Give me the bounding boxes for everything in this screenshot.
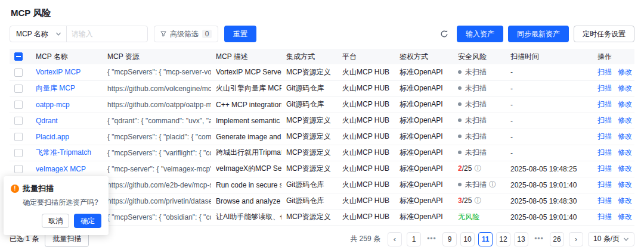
scan-action[interactable]: 扫描 [597, 116, 612, 124]
mcp-name-link[interactable]: Qdrant [36, 117, 58, 125]
scan-action[interactable]: 扫描 [597, 100, 612, 108]
mcp-name-link[interactable]: 飞常准-Tripmatch [36, 148, 91, 157]
edit-action[interactable]: 修改 [618, 100, 632, 108]
risk-cell: 未扫描 [453, 129, 506, 145]
search-field-value: MCP 名称 [16, 29, 48, 39]
col-mcp-name: MCP 名称 [31, 49, 103, 64]
edit-action[interactable]: 修改 [618, 116, 632, 124]
info-icon[interactable]: ⓘ [474, 164, 481, 173]
status-dot-icon [458, 86, 462, 90]
edit-action[interactable]: 修改 [618, 148, 632, 157]
batch-scan-popconfirm: ! 批量扫描 确定要扫描所选资产吗? 取消 确定 [4, 176, 109, 235]
row-checkbox-cell [10, 161, 31, 177]
select-all-checkbox[interactable] [14, 52, 23, 61]
edit-action[interactable]: 修改 [618, 164, 632, 173]
pagination-page[interactable]: 12 [496, 232, 510, 246]
mcp-name-link[interactable]: oatpp-mcp [36, 101, 70, 109]
search-input[interactable] [67, 30, 147, 38]
cancel-button[interactable]: 取消 [42, 214, 69, 228]
page-size-select[interactable]: 10 条/页 [588, 232, 634, 246]
actions-cell: 扫描修改 [593, 129, 634, 145]
popconfirm-header: ! 批量扫描 [11, 183, 101, 194]
refresh-button[interactable] [436, 26, 452, 42]
pagination-page[interactable]: 10 [460, 232, 475, 246]
platform-cell: 火山MCP HUB [338, 161, 395, 177]
actions-cell: 扫描修改 [593, 112, 634, 129]
scan-action[interactable]: 扫描 [597, 148, 612, 157]
row-checkbox[interactable] [14, 117, 23, 125]
risk-cell: 未扫描 [453, 80, 506, 96]
row-checkbox[interactable] [14, 85, 23, 93]
confirm-button[interactable]: 确定 [74, 214, 101, 228]
import-assets-button[interactable]: 输入资产 [457, 26, 503, 42]
edit-action[interactable]: 修改 [618, 180, 632, 189]
risk-label: 未扫描 [465, 132, 487, 140]
mcp-description-cell: Run code in secure san... [211, 177, 281, 193]
scan-action[interactable]: 扫描 [597, 196, 612, 205]
scan-time-cell: - [506, 112, 593, 129]
scan-action[interactable]: 扫描 [597, 180, 612, 189]
scan-action[interactable]: 扫描 [597, 164, 612, 173]
edit-action[interactable]: 修改 [618, 196, 632, 205]
table-row: Placid.app{ "mcpServers": { "placid": { … [10, 129, 634, 145]
actions-cell: 扫描修改 [593, 177, 634, 193]
mcp-name-cell: 飞常准-Tripmatch [31, 145, 103, 161]
edit-action[interactable]: 修改 [618, 132, 632, 140]
scan-action[interactable]: 扫描 [597, 68, 612, 76]
sync-assets-button[interactable]: 同步最新资产 [508, 26, 569, 42]
table-row: 飞常准-Tripmatch{ "mcpServers": { "variflig… [10, 145, 634, 161]
advanced-filter-button[interactable]: 高级筛选 0 [154, 26, 218, 42]
scan-action[interactable]: 扫描 [597, 84, 612, 92]
row-checkbox[interactable] [14, 101, 23, 109]
mcp-name-link[interactable]: 向量库 MCP [36, 84, 75, 92]
mcp-resource-cell: https://github.com/volcengine/mcp-server… [103, 80, 211, 96]
row-checkbox[interactable] [14, 149, 23, 157]
pagination-page[interactable]: 9 [442, 232, 457, 246]
edit-action[interactable]: 修改 [618, 84, 632, 92]
col-risk: 安全风险 [453, 49, 506, 64]
risk-cell: 未扫描 [453, 64, 506, 80]
pagination-page[interactable]: 13 [514, 232, 528, 246]
risk-cell: 未扫描ⓘ [453, 177, 506, 193]
mcp-resource-cell: { "mcpServers": { "placid": { "command":… [103, 129, 211, 145]
pagination-page[interactable]: 26 [550, 232, 564, 246]
risk-cell: 未扫描 [453, 145, 506, 161]
reset-button[interactable]: 重置 [224, 26, 256, 42]
info-icon[interactable]: ⓘ [489, 180, 496, 189]
scheduled-task-button[interactable]: 定时任务设置 [574, 26, 634, 42]
actions-cell: 扫描修改 [593, 193, 634, 209]
mcp-description-cell: Implement semantic m... [211, 112, 281, 129]
mcp-name-link[interactable]: Placid.app [36, 133, 69, 141]
row-checkbox-cell [10, 80, 31, 96]
edit-action[interactable]: 修改 [618, 212, 632, 221]
row-checkbox[interactable] [14, 133, 23, 141]
info-icon[interactable]: ⓘ [474, 196, 481, 205]
mcp-name-link[interactable]: veImageX MCP [36, 165, 86, 173]
mcp-name-link[interactable]: VortexIP MCP [36, 68, 80, 76]
platform-cell: 火山MCP HUB [338, 209, 395, 225]
scan-action[interactable]: 扫描 [597, 132, 612, 140]
scan-time-cell: - [506, 129, 593, 145]
search-field-select[interactable]: MCP 名称 [10, 26, 67, 42]
popconfirm-message: 确定要扫描所选资产吗? [23, 198, 101, 208]
edit-action[interactable]: 修改 [618, 68, 632, 76]
mcp-resource-cell: { "mcpServers": { "variflight": { "comma… [103, 145, 211, 161]
scan-action[interactable]: 扫描 [597, 212, 612, 221]
row-checkbox[interactable] [14, 165, 23, 173]
scan-time-cell: 2025-08-05 19:48:25 [506, 161, 593, 177]
pagination-pages: 1•••910111213•••26 [407, 232, 564, 246]
chevron-down-icon [55, 31, 61, 37]
row-checkbox[interactable] [14, 68, 23, 77]
prev-page-button[interactable]: ‹ [388, 232, 402, 246]
next-page-button[interactable]: › [569, 232, 583, 246]
search-group: MCP 名称 [10, 26, 148, 42]
risk-label: 未扫描 [465, 116, 487, 124]
risk-label: 未扫描 [465, 180, 487, 189]
risk-value: 3 [458, 196, 462, 205]
pagination-page[interactable]: 11 [478, 232, 493, 246]
row-checkbox-cell [10, 112, 31, 129]
platform-cell: 火山MCP HUB [338, 177, 395, 193]
mcp-resource-cell: { "mcpServers": { "obsidian": { "command… [103, 209, 211, 225]
pagination-page[interactable]: 1 [407, 232, 421, 246]
auth-cell: 标准OpenAPI [395, 129, 453, 145]
